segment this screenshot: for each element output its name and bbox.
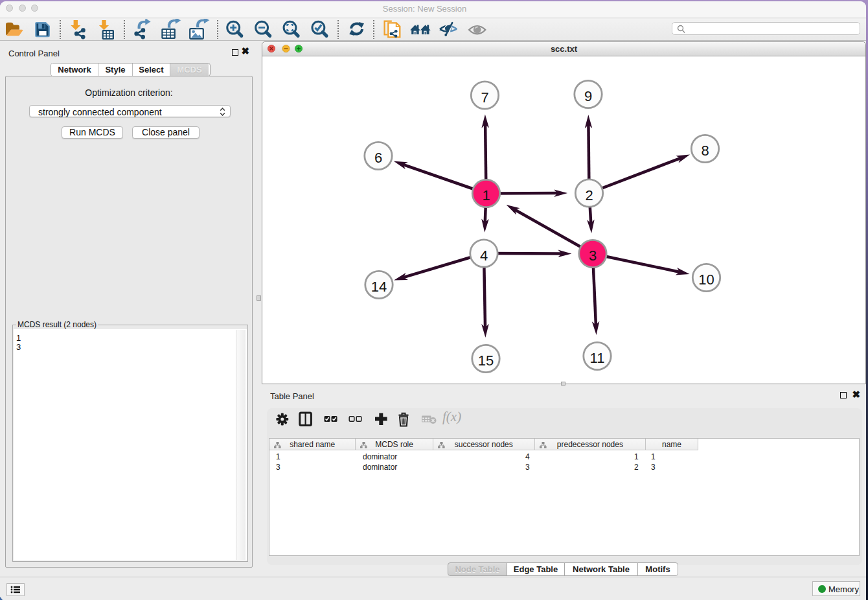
svg-text:4: 4 bbox=[480, 248, 488, 264]
svg-text:9: 9 bbox=[584, 88, 592, 104]
svg-text:6: 6 bbox=[374, 150, 382, 166]
svg-text:15: 15 bbox=[478, 352, 494, 369]
svg-text:7: 7 bbox=[481, 89, 488, 106]
svg-text:2: 2 bbox=[585, 187, 593, 203]
svg-text:3: 3 bbox=[589, 248, 597, 264]
svg-text:1: 1 bbox=[482, 187, 490, 203]
svg-text:11: 11 bbox=[590, 350, 605, 366]
svg-text:8: 8 bbox=[701, 143, 709, 159]
svg-text:14: 14 bbox=[371, 279, 387, 295]
svg-text:10: 10 bbox=[698, 271, 714, 288]
